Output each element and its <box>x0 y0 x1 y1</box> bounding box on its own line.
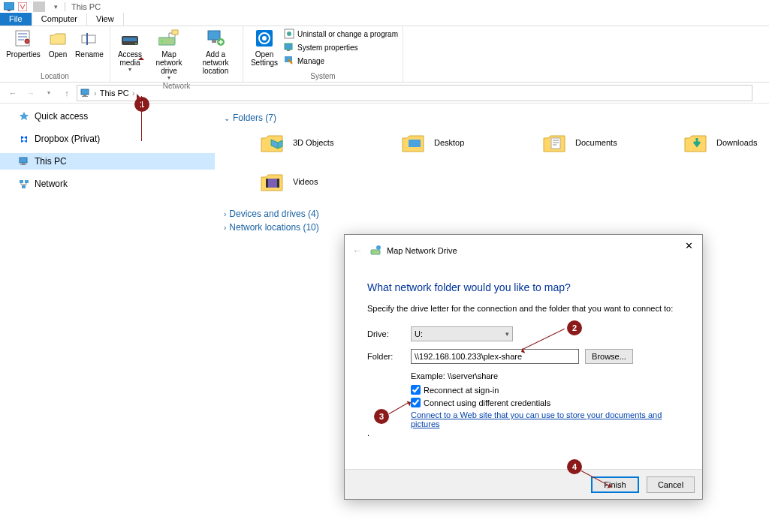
folder-3d-objects[interactable]: 3D Objects <box>257 126 392 159</box>
svg-rect-24 <box>81 89 89 95</box>
folder-downloads[interactable]: Downloads <box>680 126 748 159</box>
rename-button[interactable]: Rename <box>74 28 105 59</box>
breadcrumb-thispc[interactable]: This PC <box>100 89 129 98</box>
system-properties-button[interactable]: System properties <box>284 41 398 53</box>
tab-file[interactable]: File <box>0 13 32 26</box>
svg-rect-33 <box>409 140 421 147</box>
svg-rect-6 <box>86 33 88 45</box>
example-text: Example: \\server\share <box>411 371 680 380</box>
folder-label: Folder: <box>367 352 405 361</box>
folder-input[interactable] <box>411 349 579 364</box>
thispc-icon <box>18 155 30 167</box>
quick-access-icon <box>18 110 30 122</box>
dropbox-icon <box>18 133 30 145</box>
folder-icon <box>260 168 287 195</box>
web-site-link[interactable]: Connect to a Web site that you can use t… <box>411 410 680 428</box>
sidebar-item-thispc[interactable]: This PC <box>0 153 215 170</box>
folder-videos[interactable]: Videos <box>257 165 392 198</box>
back-button[interactable]: ← <box>5 85 21 101</box>
svg-rect-8 <box>123 38 137 41</box>
folder-label: Downloads <box>716 138 757 147</box>
sidebar-item-quick-access[interactable]: Quick access <box>0 108 215 125</box>
forward-button[interactable]: → <box>23 85 39 101</box>
app-icon <box>3 2 15 12</box>
finish-button[interactable]: Finish <box>591 476 639 493</box>
folder-icon <box>401 129 428 156</box>
open-button[interactable]: Open <box>45 28 71 59</box>
netloc-header-label: Network locations (10) <box>229 222 318 233</box>
svg-rect-5 <box>82 35 95 43</box>
map-drive-label: Map network drive <box>148 50 190 75</box>
folder-documents[interactable]: Documents <box>539 126 674 159</box>
diff-creds-label: Connect using different credentials <box>424 398 550 407</box>
sidebar-item-network[interactable]: Network <box>0 176 215 192</box>
cancel-button[interactable]: Cancel <box>647 476 695 493</box>
svg-rect-1 <box>8 10 11 11</box>
reconnect-label: Reconnect at sign-in <box>424 386 499 395</box>
add-location-icon <box>205 28 226 49</box>
dialog-title: Map Network Drive <box>387 246 457 255</box>
open-settings-label: Open Settings <box>248 50 281 67</box>
sidebar-label: Network <box>35 179 68 189</box>
map-network-drive-button[interactable]: Map network drive ▾ <box>148 28 190 82</box>
tab-computer[interactable]: Computer <box>32 13 87 26</box>
dialog-back-button[interactable]: ← <box>352 245 363 257</box>
folder-icon <box>683 129 710 156</box>
properties-button[interactable]: Properties <box>5 28 42 59</box>
reconnect-checkbox[interactable] <box>411 385 421 395</box>
svg-rect-36 <box>266 179 268 188</box>
ribbon: Properties Open Rename Location Access m… <box>0 26 769 83</box>
folder-desktop[interactable]: Desktop <box>398 126 533 159</box>
svg-rect-37 <box>277 179 279 188</box>
annotation-badge-4: 4 <box>567 459 582 474</box>
svg-rect-13 <box>208 31 220 40</box>
svg-rect-12 <box>172 30 178 35</box>
up-button[interactable]: ↑ <box>59 85 75 101</box>
drive-label: Drive: <box>367 329 405 338</box>
chevron-right-icon: › <box>224 224 226 232</box>
svg-rect-21 <box>285 44 292 50</box>
folders-section-header[interactable]: ⌄ Folders (7) <box>224 113 760 123</box>
browse-button[interactable]: Browse... <box>585 349 633 364</box>
sidebar-item-dropbox[interactable]: Dropbox (Privat) <box>0 131 215 147</box>
svg-rect-10 <box>158 38 175 45</box>
manage-label: Manage <box>297 57 324 65</box>
network-locations-section-header[interactable]: › Network locations (10) <box>224 222 760 233</box>
dialog-heading: What network folder would you like to ma… <box>367 281 680 293</box>
add-network-location-button[interactable]: Add a network location <box>193 28 238 82</box>
dialog-body: What network folder would you like to ma… <box>345 266 702 469</box>
svg-rect-2 <box>18 2 27 11</box>
uninstall-button[interactable]: Uninstall or change a program <box>284 28 398 40</box>
properties-icon <box>13 28 34 49</box>
dialog-instruction: Specify the drive letter for the connect… <box>367 304 680 313</box>
network-icon <box>18 178 30 190</box>
map-drive-icon <box>158 28 179 49</box>
address-box[interactable]: › This PC › <box>77 85 752 101</box>
manage-icon <box>284 56 294 66</box>
map-network-drive-dialog: ← Map Network Drive ✕ What network folde… <box>344 234 703 500</box>
drive-select[interactable]: U: ▾ <box>411 326 513 341</box>
annotation-badge-2: 2 <box>567 320 582 335</box>
separator <box>65 2 65 11</box>
close-button[interactable]: ✕ <box>680 238 698 253</box>
recent-dropdown[interactable]: ▾ <box>41 85 57 101</box>
tab-view[interactable]: View <box>87 13 124 26</box>
svg-rect-26 <box>82 96 88 97</box>
navigation-sidebar: Quick access Dropbox (Privat) This PC Ne… <box>0 104 215 531</box>
open-settings-button[interactable]: Open Settings <box>248 28 281 68</box>
sidebar-label: Dropbox (Privat) <box>35 134 100 144</box>
manage-button[interactable]: Manage <box>284 55 398 67</box>
folder-label: Desktop <box>434 138 464 147</box>
devices-section-header[interactable]: › Devices and drives (4) <box>224 209 760 219</box>
chevron-right-icon: › <box>224 210 226 218</box>
folder-label: Videos <box>293 177 318 186</box>
group-system-label: System <box>248 72 398 82</box>
qat-save-icon[interactable] <box>17 2 29 12</box>
folder-icon <box>260 129 287 156</box>
qat-dropdown-icon[interactable]: ▾ <box>50 2 62 12</box>
open-label: Open <box>49 50 67 59</box>
rename-icon <box>79 28 100 49</box>
svg-rect-27 <box>20 158 27 163</box>
svg-rect-14 <box>212 40 216 43</box>
uninstall-label: Uninstall or change a program <box>297 30 398 38</box>
